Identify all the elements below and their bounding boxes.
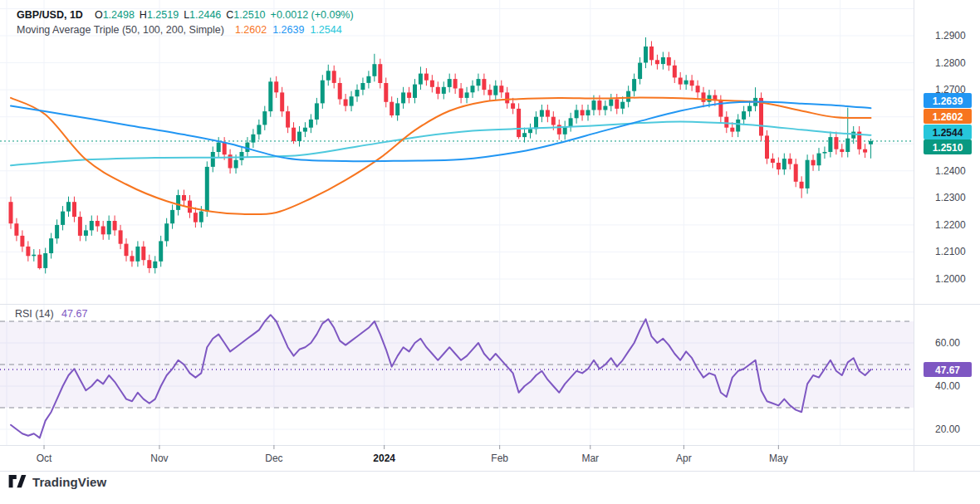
rsi-badge: 47.67	[924, 362, 972, 377]
time-axis[interactable]: OctNovDec2024FebMarAprMay	[0, 445, 980, 472]
price-tick-label: 1.2100	[935, 246, 966, 257]
tradingview-chart-window: 1.29001.28001.27001.26001.25001.24001.23…	[0, 0, 980, 504]
rsi-params: (14)	[35, 308, 53, 320]
time-axis-label: Mar	[581, 453, 599, 464]
price-change: +0.0012 (+0.09%)	[271, 9, 354, 21]
price-badge-1.2510: 1.2510	[924, 139, 972, 154]
time-axis-label: Feb	[491, 453, 508, 464]
tradingview-logo-text: TradingView	[32, 475, 106, 489]
ma-value: 1.2602	[235, 24, 267, 36]
ohlc-values: O1.2498H1.2519L1.2446C1.2510	[90, 9, 266, 21]
svg-text:1.2510: 1.2510	[933, 142, 963, 154]
time-axis-label: May	[769, 453, 788, 464]
svg-text:1.2639: 1.2639	[933, 95, 963, 107]
price-tick-label: 1.2800	[935, 57, 966, 69]
ma-value: 1.2544	[310, 24, 341, 36]
indicator-values: 1.26021.26391.2544	[229, 24, 342, 36]
price-badge-1.2639: 1.2639	[924, 93, 972, 108]
symbol-info-bar: GBP/USD, 1DO1.2498H1.2519L1.2446C1.2510+…	[17, 9, 354, 21]
price-badge-1.2544: 1.2544	[924, 125, 972, 139]
price-axis[interactable]: 1.29001.28001.27001.26001.25001.24001.23…	[914, 0, 980, 471]
price-tick-label: 1.2000	[935, 273, 966, 285]
rsi-tick-label: 40.00	[935, 380, 960, 392]
time-axis-label: Nov	[150, 453, 168, 464]
svg-text:47.67: 47.67	[935, 365, 960, 376]
ohlc-letter: H	[140, 9, 147, 21]
price-tick-label: 1.2900	[935, 30, 966, 42]
indicator-bar: Moving Average Triple (50, 100, 200, Sim…	[17, 24, 342, 36]
price-tick-label: 1.2300	[935, 192, 966, 203]
tradingview-attribution[interactable]: TradingView	[8, 474, 106, 489]
ohlc-value: 1.2498	[103, 9, 135, 21]
ma-line-sma100	[11, 101, 871, 161]
ohlc-value: 1.2519	[147, 9, 179, 21]
time-axis-label: Apr	[676, 453, 692, 464]
rsi-info-bar: RSI (14) 47.67	[15, 308, 87, 320]
indicator-label[interactable]: Moving Average Triple (50, 100, 200, Sim…	[17, 24, 224, 36]
time-axis-label: 2024	[373, 453, 395, 464]
rsi-label[interactable]: RSI	[15, 308, 32, 320]
ohlc-letter: O	[95, 9, 103, 21]
time-axis-label: Dec	[265, 453, 282, 464]
svg-text:1.2602: 1.2602	[933, 111, 963, 123]
price-tick-label: 1.2200	[935, 219, 966, 231]
candles-layer[interactable]	[9, 37, 874, 273]
rsi-tick-label: 60.00	[935, 337, 960, 349]
ohlc-value: 1.2510	[233, 9, 265, 21]
ohlc-value: 1.2446	[189, 9, 221, 21]
price-tick-label: 1.2400	[935, 165, 966, 177]
time-axis-label: Oct	[37, 453, 52, 464]
ohlc-letter: C	[226, 9, 233, 21]
chart-canvas[interactable]: 1.29001.28001.27001.26001.25001.24001.23…	[0, 0, 980, 504]
rsi-tick-label: 20.00	[935, 423, 960, 435]
ma-value: 1.2639	[272, 24, 304, 36]
price-badge-1.2602: 1.2602	[924, 109, 972, 124]
rsi-current-value: 47.67	[61, 308, 87, 320]
symbol-title[interactable]: GBP/USD, 1D	[17, 9, 83, 21]
tradingview-logo-icon	[8, 474, 27, 489]
svg-text:1.2544: 1.2544	[933, 127, 963, 139]
